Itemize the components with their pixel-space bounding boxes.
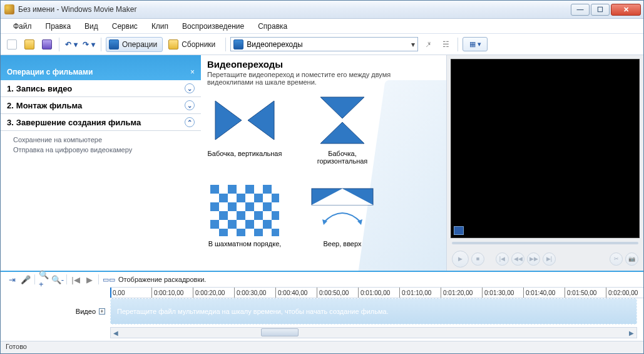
timeline-pane: ⇥ 🎤 🔍+ 🔍- |◀ ▶ ▭▭ Отображение раскадровк… (1, 272, 643, 341)
save-button[interactable] (39, 37, 54, 52)
zoom-out-icon[interactable]: 🔍- (53, 274, 63, 284)
redo-button[interactable]: ↷ ▾ (81, 37, 96, 52)
stop-button[interactable]: ■ (471, 252, 484, 266)
svg-marker-0 (215, 101, 242, 140)
task-edit-movie[interactable]: 2. Монтаж фильма ⌄ (1, 97, 201, 114)
new-button[interactable] (4, 37, 19, 52)
transition-item: Бабочка, горизонтальная (305, 95, 380, 165)
transition-fan-up[interactable] (308, 185, 377, 236)
ruler-tick: 0:01:50,00 (565, 288, 606, 298)
timeline-nudge-icon[interactable]: ⇥ (7, 274, 17, 284)
preview-monitor (451, 59, 640, 238)
rewind-timeline-icon[interactable]: |◀ (71, 274, 81, 284)
chevron-down-icon: ⌄ (185, 83, 195, 93)
svg-rect-21 (210, 220, 219, 229)
scroll-right-icon[interactable]: ▶ (626, 328, 636, 338)
svg-rect-8 (263, 185, 272, 194)
minimize-button[interactable]: — (571, 4, 590, 16)
app-icon (4, 4, 14, 14)
location-combo[interactable]: Видеопереходы ▾ (230, 37, 418, 51)
chevron-up-icon: ⌃ (185, 117, 195, 127)
transition-butterfly-vertical[interactable] (210, 95, 279, 146)
task-capture-video[interactable]: 1. Запись видео ⌄ (1, 80, 201, 97)
svg-rect-7 (245, 185, 254, 194)
svg-marker-3 (320, 122, 364, 143)
content-description: Перетащите видеопереход и поместите его … (207, 71, 395, 86)
undo-button[interactable]: ↶ ▾ (64, 37, 79, 52)
next-button[interactable]: ▶| (543, 252, 556, 266)
timeline-narrate-icon[interactable]: 🎤 (21, 274, 31, 284)
svg-rect-19 (254, 211, 263, 220)
task-pane-header: Операции с фильмами × (1, 55, 201, 80)
operations-button[interactable]: Операции (106, 37, 163, 52)
new-icon (7, 39, 17, 49)
fullscreen-button[interactable] (454, 226, 464, 235)
task-send-to-camera[interactable]: Отправка на цифровую видеокамеру (1, 145, 201, 155)
storyboard-icon: ▭▭ (103, 276, 115, 284)
prev-button[interactable]: |◀ (496, 252, 509, 266)
forward-button[interactable]: ▶▶ (527, 252, 540, 266)
ruler-tick: 0:01:10,00 (399, 288, 441, 298)
task-save-to-computer[interactable]: Сохранение на компьютере (1, 135, 201, 145)
menu-file[interactable]: Файл (7, 20, 38, 33)
svg-rect-10 (237, 194, 245, 202)
tasks-icon (109, 39, 119, 49)
transition-checkerboard[interactable] (210, 185, 279, 236)
menu-help[interactable]: Справка (252, 20, 294, 33)
play-timeline-icon[interactable]: ▶ (84, 274, 95, 284)
titlebar: Без имени - Windows Movie Maker — ☐ ✕ (1, 1, 643, 19)
scroll-left-icon[interactable]: ◀ (111, 328, 121, 338)
expand-track-icon[interactable]: + (99, 308, 105, 315)
menu-clip[interactable]: Клип (145, 20, 175, 33)
nav-up-button[interactable]: ⭷ (421, 37, 436, 52)
zoom-in-icon[interactable]: 🔍+ (39, 274, 49, 284)
collections-button[interactable]: Сборники (165, 37, 221, 52)
menu-view[interactable]: Вид (78, 20, 105, 33)
snapshot-button[interactable]: 📷 (625, 252, 638, 266)
close-button[interactable]: ✕ (611, 4, 641, 16)
scroll-thumb[interactable] (261, 328, 299, 336)
split-button[interactable]: ✂ (610, 252, 623, 266)
preview-pane: ▶ ■ |◀ ◀◀ ▶▶ ▶| ✂ 📷 (446, 55, 643, 271)
statusbar: Готово (1, 341, 643, 353)
task-finish-movie[interactable]: 3. Завершение создания фильма ⌃ (1, 114, 201, 131)
rewind-button[interactable]: ◀◀ (511, 252, 524, 266)
timeline-scrollbar[interactable]: ◀ ▶ (110, 327, 637, 338)
ruler-tick: 0:00:40,00 (275, 288, 317, 298)
svg-rect-13 (210, 202, 219, 211)
video-track-label: Видео + (1, 298, 110, 325)
open-icon (24, 39, 34, 49)
open-button[interactable] (22, 37, 37, 52)
ruler-tick: 0:02:00,00 (606, 288, 643, 298)
maximize-button[interactable]: ☐ (591, 4, 610, 16)
save-icon (42, 39, 52, 49)
view-mode-button[interactable]: ▦ ▾ (463, 37, 488, 51)
transitions-icon (233, 39, 243, 49)
svg-rect-20 (272, 211, 279, 220)
timeline-ruler[interactable]: 0,000:00:10,000:00:20,000:00:30,000:00:4… (110, 287, 643, 298)
task-pane-close-icon[interactable]: × (190, 68, 195, 76)
transition-item: Бабочка, вертикальная (207, 95, 282, 165)
ruler-tick: 0:00:30,00 (234, 288, 275, 298)
thumbnails-icon: ▦ (469, 40, 476, 48)
svg-rect-25 (219, 229, 228, 236)
toolbar: ↶ ▾ ↷ ▾ Операции Сборники Видеопереходы … (1, 34, 643, 55)
chevron-down-icon[interactable]: ▾ (411, 40, 415, 49)
nav-props-button[interactable]: ☵ (438, 37, 453, 52)
play-button[interactable]: ▶ (452, 251, 469, 268)
menu-edit[interactable]: Правка (39, 20, 78, 33)
main-area: Операции с фильмами × 1. Запись видео ⌄ … (1, 55, 643, 272)
transition-item: В шахматном порядке, (207, 185, 282, 247)
svg-rect-9 (219, 194, 228, 202)
video-track-dropzone[interactable]: Перетащите файл мультимедиа на шкалу вре… (110, 298, 637, 325)
show-storyboard-button[interactable]: ▭▭ Отображение раскадровки. (103, 276, 206, 284)
menu-service[interactable]: Сервис (106, 20, 144, 33)
seek-bar[interactable] (452, 242, 638, 244)
ruler-tick: 0:01:30,00 (482, 288, 523, 298)
svg-rect-6 (228, 185, 237, 194)
menu-playback[interactable]: Воспроизведение (176, 20, 250, 33)
video-track: Видео + Перетащите файл мультимедиа на ш… (1, 298, 643, 325)
svg-rect-17 (219, 211, 228, 220)
ruler-tick: 0:00:20,00 (193, 288, 234, 298)
transition-butterfly-horizontal[interactable] (308, 95, 377, 146)
